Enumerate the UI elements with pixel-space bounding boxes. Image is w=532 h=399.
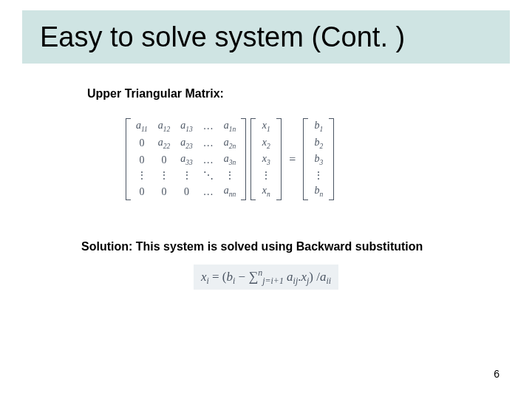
matrix-cell: ⋮ [131, 168, 153, 183]
formula-aij-var: a [287, 270, 293, 284]
summation-icon: ∑ [248, 269, 258, 284]
formula-xj-var: x [301, 270, 307, 284]
bracket-right-icon [329, 118, 334, 200]
slide: Easy to solve system (Cont. ) Upper Tria… [0, 0, 532, 399]
matrix-cell: 0 [175, 183, 198, 200]
formula-bi-var: b [227, 270, 233, 284]
matrix-cell: a11 [131, 118, 153, 135]
matrix-cell: a12 [153, 118, 176, 135]
matrix-cell: ⋱ [198, 168, 219, 183]
matrix-cell: a23 [175, 135, 198, 152]
matrix-cell: a1n [219, 118, 242, 135]
vector-cell: x1 [256, 118, 276, 135]
matrix-cell: a33 [175, 151, 198, 168]
matrix-cell: … [198, 151, 219, 168]
formula-xi-sub: i [206, 276, 208, 286]
bracket-right-icon [276, 118, 282, 200]
bracket-left-icon [126, 118, 131, 200]
matrix-cell: a3n [219, 151, 242, 168]
matrix-cell: a22 [153, 135, 176, 152]
backward-substitution-formula: xi = (bi − ∑nj=i+1 aij.xj) /aii [0, 265, 532, 290]
matrix-cell: 0 [131, 135, 153, 152]
coefficient-matrix: a11a12a13…a1n0a22a23…a2n00a33…a3n⋮⋮⋮⋱⋮00… [126, 118, 246, 200]
formula-sum-lower: j=i+1 [262, 276, 284, 286]
vector-cell: x2 [256, 135, 276, 152]
section-heading-solution: Solution: This system is solved using Ba… [81, 240, 423, 253]
matrix-cell: ⋮ [219, 168, 242, 183]
matrix-cell: … [198, 183, 219, 200]
matrix-cell: a13 [175, 118, 198, 135]
vector-cell: b1 [308, 118, 329, 135]
formula-bi-sub: i [233, 276, 235, 286]
x-vector: x1x2x3⋮xn [250, 118, 282, 200]
matrix-cell: 0 [131, 183, 153, 200]
vector-cell: xn [256, 183, 276, 200]
vector-cell: x3 [256, 151, 276, 168]
vector-cell: b2 [308, 135, 329, 152]
slide-title: Easy to solve system (Cont. ) [40, 21, 405, 53]
b-vector: b1b2b3⋮bn [303, 118, 334, 200]
formula-aii-sub: ii [326, 276, 331, 286]
matrix-A-body: a11a12a13…a1n0a22a23…a2n00a33…a3n⋮⋮⋮⋱⋮00… [131, 118, 241, 200]
matrix-cell: 0 [153, 183, 176, 200]
title-band: Easy to solve system (Cont. ) [22, 10, 510, 64]
matrix-cell: ⋮ [175, 168, 198, 183]
matrix-cell: a2n [219, 135, 242, 152]
vector-x-body: x1x2x3⋮xn [256, 118, 276, 200]
matrix-cell: 0 [131, 151, 153, 168]
formula-aij-sub: ij [293, 276, 299, 286]
matrix-equation: a11a12a13…a1n0a22a23…a2n00a33…a3n⋮⋮⋮⋱⋮00… [126, 118, 334, 200]
vector-cell: ⋮ [256, 168, 276, 183]
vector-cell: bn [308, 183, 329, 200]
matrix-cell: … [198, 118, 219, 135]
matrix-cell: 0 [153, 151, 176, 168]
matrix-cell: … [198, 135, 219, 152]
formula-xj-sub: j [307, 276, 309, 286]
vector-b-body: b1b2b3⋮bn [308, 118, 329, 200]
matrix-cell: ann [219, 183, 242, 200]
section-heading-upper-triangular: Upper Triangular Matrix: [87, 87, 224, 100]
matrix-cell: ⋮ [153, 168, 176, 183]
vector-cell: ⋮ [308, 168, 329, 183]
bracket-right-icon [241, 118, 246, 200]
page-number: 6 [494, 368, 499, 380]
bracket-left-icon [250, 118, 256, 200]
equals-sign: = [282, 153, 303, 166]
vector-cell: b3 [308, 151, 329, 168]
bracket-left-icon [303, 118, 308, 200]
